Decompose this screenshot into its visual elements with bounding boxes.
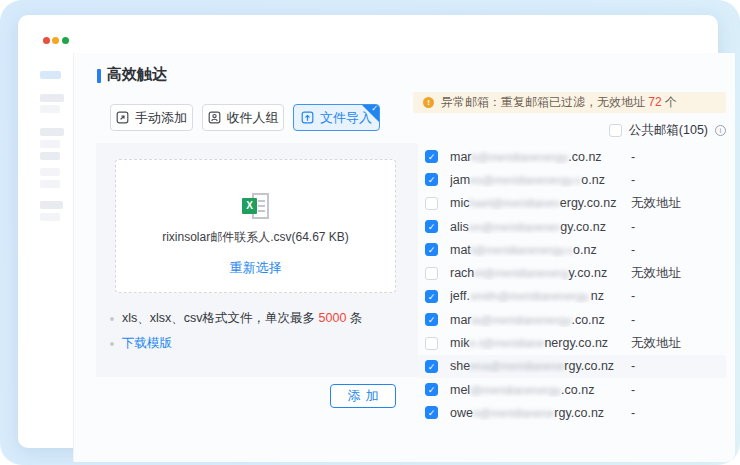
email-status: - — [631, 359, 635, 373]
email-suffix: .co.nz — [571, 313, 604, 327]
email-redacted: n@meridianene — [473, 407, 554, 419]
email-row[interactable]: ✓maria@meridianenergy.co.nz- — [418, 308, 726, 331]
warning-icon: ! — [423, 97, 434, 108]
email-prefix: jeff. — [450, 289, 470, 303]
row-checkbox-checked[interactable]: ✓ — [425, 290, 438, 303]
email-address: mel@meridianenergy.co.nz — [450, 383, 631, 397]
sidebar-item-placeholder — [40, 180, 60, 188]
add-button[interactable]: 添加 — [330, 384, 396, 408]
email-address: matt@meridianenergy.co.nz — [450, 243, 631, 257]
info-icon[interactable]: i — [715, 125, 726, 136]
bullet-dot — [110, 342, 114, 346]
email-status: - — [631, 220, 635, 234]
excel-file-icon: X — [242, 193, 269, 220]
tab-label: 收件人组 — [227, 109, 279, 127]
email-redacted: hael@meridianen — [469, 197, 559, 209]
email-suffix: rgy.co.nz — [554, 406, 604, 420]
email-row[interactable]: rachel@meridianenergy.co.nz无效地址 — [418, 261, 726, 284]
email-prefix: mel — [450, 383, 470, 397]
row-checkbox-checked[interactable]: ✓ — [425, 243, 438, 256]
email-row[interactable]: mike.t@meridianenergy.co.nz无效地址 — [418, 331, 726, 354]
email-row[interactable]: ✓owen@meridianenergy.co.nz- — [418, 401, 726, 424]
sidebar-item-placeholder — [40, 152, 60, 160]
public-mailbox-row: 公共邮箱(105) i — [418, 121, 726, 139]
row-checkbox-checked[interactable]: ✓ — [425, 220, 438, 233]
row-checkbox-checked[interactable]: ✓ — [425, 406, 438, 419]
row-checkbox-unchecked[interactable] — [425, 337, 438, 350]
tab-file-import[interactable]: 文件导入 ✓ — [293, 104, 380, 131]
email-suffix: nergy.co.nz — [544, 336, 608, 350]
row-checkbox-checked[interactable]: ✓ — [425, 150, 438, 163]
email-row[interactable]: ✓sheena@meridianenergy.co.nz- — [418, 355, 726, 378]
email-prefix: mik — [450, 336, 469, 350]
email-status: 无效地址 — [631, 335, 681, 352]
sidebar-item-placeholder — [40, 213, 60, 221]
email-status: - — [631, 150, 635, 164]
app-window: 高效触达 手动添加 收件人组 — [18, 15, 718, 448]
window-minimize-dot[interactable] — [52, 37, 59, 44]
upload-panel: X rixinsolar邮件联系人.csv(64.67 KB) 重新选择 xls… — [96, 143, 418, 377]
email-redacted: ena@meridianene — [470, 360, 564, 372]
row-checkbox-checked[interactable]: ✓ — [425, 383, 438, 396]
email-status: - — [631, 406, 635, 420]
email-row[interactable]: michael@meridianenergy.co.nz无效地址 — [418, 192, 726, 215]
email-row[interactable]: ✓james@meridianenergy.co.nz- — [418, 168, 726, 191]
email-prefix: mar — [450, 150, 472, 164]
window-close-dot[interactable] — [43, 37, 50, 44]
manual-add-icon — [116, 111, 129, 124]
email-prefix: mic — [450, 196, 469, 210]
tab-recipient-group[interactable]: 收件人组 — [202, 104, 284, 131]
row-checkbox-unchecked[interactable] — [425, 267, 438, 280]
public-mailbox-checkbox[interactable] — [609, 124, 622, 137]
file-dropzone[interactable]: X rixinsolar邮件联系人.csv(64.67 KB) 重新选择 — [115, 159, 396, 293]
email-status: - — [631, 313, 635, 327]
format-note: xls、xlsx、csv格式文件，单次最多 5000 条 — [110, 310, 362, 327]
sidebar-item-active-placeholder — [40, 71, 61, 79]
email-status: 无效地址 — [631, 195, 681, 212]
email-redacted: smith@meridianenergy. — [470, 290, 591, 302]
sidebar-item-placeholder — [40, 128, 64, 136]
invalid-count: 72 — [648, 95, 661, 109]
email-prefix: alis — [450, 220, 469, 234]
reselect-link[interactable]: 重新选择 — [230, 259, 282, 277]
row-checkbox-checked[interactable]: ✓ — [425, 360, 438, 373]
sidebar-item-placeholder — [40, 94, 64, 102]
email-redacted: e.t@meridiane — [469, 337, 544, 349]
email-prefix: she — [450, 359, 470, 373]
email-address: mark@meridianenergy.co.nz — [450, 150, 631, 164]
email-suffix: o.nz — [573, 243, 597, 257]
email-address: maria@meridianenergy.co.nz — [450, 313, 631, 327]
row-checkbox-checked[interactable]: ✓ — [425, 173, 438, 186]
email-row[interactable]: ✓mark@meridianenergy.co.nz- — [418, 145, 726, 168]
sidebar-item-placeholder — [40, 105, 60, 113]
file-import-icon — [301, 111, 314, 124]
email-suffix: o.nz — [581, 173, 605, 187]
email-row[interactable]: ✓jeff.smith@meridianenergy.nz- — [418, 285, 726, 308]
sidebar-item-placeholder — [40, 140, 60, 148]
download-template-row: 下载模版 — [110, 335, 172, 352]
row-checkbox-unchecked[interactable] — [425, 197, 438, 210]
page-title: 高效触达 — [107, 65, 167, 84]
email-prefix: rach — [450, 266, 474, 280]
email-redacted: es@meridianenergy.c — [470, 174, 581, 186]
download-template-link[interactable]: 下载模版 — [122, 335, 172, 352]
email-prefix: mat — [450, 243, 471, 257]
bullet-dot — [110, 317, 114, 321]
email-status: 无效地址 — [631, 265, 681, 282]
sidebar-item-placeholder — [40, 201, 63, 209]
email-redacted: @meridianenergy — [470, 384, 561, 396]
email-list: ✓mark@meridianenergy.co.nz-✓james@meridi… — [418, 145, 726, 425]
email-row[interactable]: ✓alison@meridianenergy.co.nz- — [418, 215, 726, 238]
email-row[interactable]: ✓mel@meridianenergy.co.nz- — [418, 378, 726, 401]
row-checkbox-checked[interactable]: ✓ — [425, 313, 438, 326]
email-redacted: ia@meridianenergy — [472, 314, 572, 326]
tab-manual-add[interactable]: 手动添加 — [110, 104, 193, 131]
email-prefix: jam — [450, 173, 470, 187]
email-address: michael@meridianenergy.co.nz — [450, 196, 631, 210]
email-status: - — [631, 383, 635, 397]
email-row[interactable]: ✓matt@meridianenergy.co.nz- — [418, 238, 726, 261]
max-count: 5000 — [319, 311, 347, 325]
email-redacted: k@meridianenergy — [472, 151, 569, 163]
window-zoom-dot[interactable] — [62, 37, 69, 44]
email-address: mike.t@meridianenergy.co.nz — [450, 336, 631, 350]
